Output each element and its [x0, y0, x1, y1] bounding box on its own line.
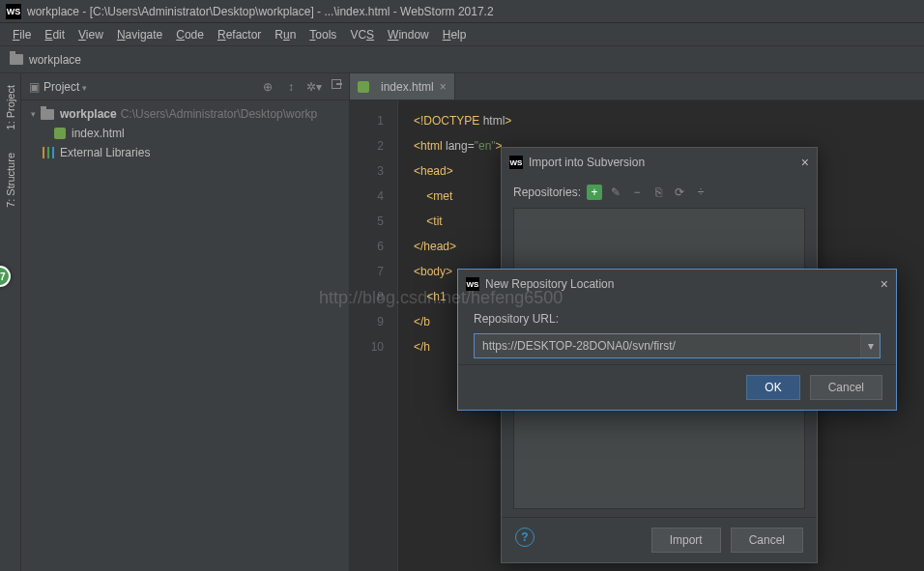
repository-url-input[interactable]: [475, 339, 860, 353]
import-button[interactable]: Import: [651, 528, 721, 553]
rail-tab-structure[interactable]: 7: Structure: [2, 141, 19, 219]
html-file-icon: [358, 81, 369, 93]
dialog-footer: OK Cancel: [458, 364, 896, 410]
tree-root[interactable]: ▾ workplace C:\Users\Administrator\Deskt…: [21, 104, 349, 124]
repositories-label: Repositories:: [513, 186, 581, 199]
menu-code[interactable]: Code: [169, 25, 211, 44]
menu-navigate[interactable]: Navigate: [110, 25, 169, 44]
edit-icon[interactable]: ✎: [608, 185, 623, 200]
app-logo-icon: WS: [466, 277, 479, 291]
project-view-selector[interactable]: Project: [43, 80, 87, 94]
menu-file[interactable]: File: [6, 25, 38, 44]
html-file-icon: [54, 128, 66, 139]
menu-help[interactable]: Help: [436, 25, 474, 44]
project-tree: ▾ workplace C:\Users\Administrator\Deskt…: [21, 100, 349, 166]
menu-refactor[interactable]: Refactor: [211, 25, 268, 44]
libraries-icon: [43, 147, 54, 158]
tree-external-libs[interactable]: External Libraries: [21, 143, 349, 162]
menu-window[interactable]: Window: [381, 25, 436, 44]
tree-root-label: workplace: [60, 107, 117, 121]
diff-icon[interactable]: ÷: [693, 185, 708, 200]
left-tool-rail: 1: Project 7: Structure: [0, 73, 21, 571]
menu-view[interactable]: View: [72, 25, 110, 44]
hide-panel-icon[interactable]: [332, 79, 341, 89]
dropdown-icon[interactable]: ▾: [860, 334, 880, 357]
tree-file-index[interactable]: index.html: [21, 124, 349, 143]
line-gutter: 123 456 789 10: [350, 100, 398, 571]
locate-icon[interactable]: ⊕: [260, 79, 275, 95]
repository-url-label: Repository URL:: [474, 312, 881, 326]
window-titlebar: WS workplace - [C:\Users\Administrator\D…: [0, 0, 924, 23]
breadcrumb: workplace: [0, 46, 924, 73]
close-icon[interactable]: ×: [881, 276, 888, 292]
repositories-toolbar: Repositories: + ✎ − ⎘ ⟳ ÷: [513, 185, 805, 200]
tree-libs-label: External Libraries: [60, 146, 150, 159]
window-title: workplace - [C:\Users\Administrator\Desk…: [27, 5, 918, 18]
menu-edit[interactable]: Edit: [38, 25, 72, 44]
dialog-titlebar[interactable]: WS Import into Subversion ×: [502, 148, 817, 177]
gear-icon[interactable]: ✲▾: [306, 79, 322, 95]
folder-icon: [10, 54, 23, 65]
tab-index-html[interactable]: index.html ×: [350, 73, 455, 100]
project-panel-header: ▣ Project ⊕ ↕ ✲▾: [21, 73, 349, 100]
breadcrumb-label[interactable]: workplace: [29, 53, 81, 67]
add-icon[interactable]: +: [587, 185, 602, 200]
collapse-icon[interactable]: ↕: [283, 79, 299, 95]
tree-file-label: index.html: [72, 127, 125, 140]
rail-tab-project[interactable]: 1: Project: [2, 73, 19, 141]
dialog-titlebar[interactable]: WS New Repository Location ×: [458, 270, 896, 299]
refresh-icon[interactable]: ⟳: [672, 185, 687, 200]
menu-vcs[interactable]: VCS: [343, 25, 381, 44]
help-icon[interactable]: ?: [515, 528, 534, 547]
cancel-button[interactable]: Cancel: [731, 528, 803, 553]
menu-tools[interactable]: Tools: [303, 25, 343, 44]
project-icon: ▣: [29, 80, 40, 94]
tree-expand-icon[interactable]: ▾: [31, 109, 41, 119]
cancel-button[interactable]: Cancel: [810, 375, 882, 400]
tab-label: index.html: [381, 80, 434, 94]
repository-url-combo[interactable]: ▾: [474, 333, 881, 358]
menu-run[interactable]: Run: [268, 25, 303, 44]
close-icon[interactable]: ×: [801, 155, 809, 170]
dialog-footer: ? Import Cancel: [502, 517, 817, 562]
ok-button[interactable]: OK: [746, 375, 799, 400]
remove-icon[interactable]: −: [629, 185, 645, 200]
app-logo-icon: WS: [509, 156, 523, 169]
tree-root-path: C:\Users\Administrator\Desktop\workp: [121, 107, 317, 121]
editor-tabs: index.html ×: [350, 73, 924, 100]
close-tab-icon[interactable]: ×: [440, 80, 447, 94]
project-panel: ▣ Project ⊕ ↕ ✲▾ ▾ workplace C:\Users\Ad…: [21, 73, 350, 571]
folder-icon: [41, 109, 54, 120]
dialog-title: Import into Subversion: [529, 156, 645, 169]
dialog-new-repository-location: WS New Repository Location × Repository …: [457, 269, 897, 411]
app-logo-icon: WS: [6, 4, 21, 19]
dialog-title: New Repository Location: [485, 277, 614, 291]
menu-bar: File Edit View Navigate Code Refactor Ru…: [0, 23, 924, 46]
copy-icon[interactable]: ⎘: [650, 185, 666, 200]
